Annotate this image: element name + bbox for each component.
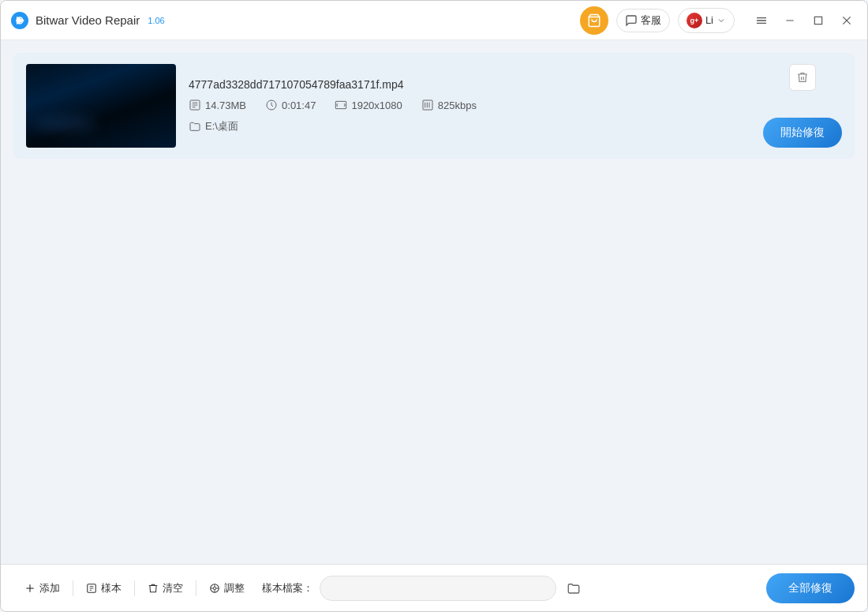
- separator-1: [73, 580, 73, 596]
- user-button[interactable]: g+ Li: [678, 8, 735, 33]
- thumbnail-image: [26, 64, 176, 148]
- path-value: E:\桌面: [205, 119, 238, 133]
- folder-icon: [189, 120, 201, 133]
- meta-filesize: 14.73MB: [189, 99, 246, 111]
- minimize-button[interactable]: [779, 9, 801, 32]
- user-icon-text: g+: [690, 17, 698, 24]
- add-label: 添加: [39, 581, 60, 595]
- service-button[interactable]: 客服: [616, 9, 670, 32]
- shop-button[interactable]: [580, 6, 608, 35]
- separator-2: [134, 580, 135, 596]
- sample-folder-icon: [567, 581, 581, 595]
- adjust-label: 調整: [224, 581, 245, 595]
- video-info: 4777ad3328dd717107054789faa3171f.mp4 14.…: [189, 78, 750, 133]
- sample-label: 様本: [101, 581, 122, 595]
- chevron-down-icon: [716, 16, 726, 25]
- maximize-icon: [813, 15, 824, 26]
- card-actions: 開始修復: [763, 64, 842, 148]
- shop-icon: [587, 13, 601, 28]
- sample-file-label: 樣本檔案：: [262, 581, 313, 595]
- bitrate-value: 825kbps: [438, 99, 477, 111]
- title-bar: Bitwar Video Repair 1.06 客服 g+ Li: [1, 1, 867, 40]
- adjust-button[interactable]: 調整: [198, 575, 256, 602]
- svg-rect-16: [423, 100, 432, 110]
- add-button[interactable]: 添加: [13, 575, 71, 602]
- delete-button[interactable]: [789, 64, 816, 91]
- svg-point-27: [213, 587, 216, 590]
- resolution-icon: [335, 99, 347, 111]
- title-bar-left: Bitwar Video Repair 1.06: [10, 11, 580, 30]
- clear-icon: [148, 583, 159, 594]
- hamburger-icon: [755, 14, 768, 27]
- service-icon: [625, 14, 638, 27]
- minimize-icon: [784, 15, 795, 26]
- sample-file-area: 樣本檔案：: [262, 576, 766, 601]
- svg-rect-15: [336, 101, 346, 108]
- duration-icon: [265, 99, 278, 111]
- clear-button[interactable]: 清空: [137, 575, 194, 602]
- maximize-button[interactable]: [807, 9, 829, 32]
- video-path: E:\桌面: [189, 119, 750, 133]
- bottom-bar: 添加 様本 清空 調整: [1, 564, 867, 611]
- service-label: 客服: [641, 13, 661, 28]
- video-thumbnail: [26, 64, 176, 148]
- video-filename: 4777ad3328dd717107054789faa3171f.mp4: [189, 78, 750, 91]
- app-version: 1.06: [148, 16, 164, 25]
- sample-file-input[interactable]: [320, 576, 556, 601]
- sample-button[interactable]: 様本: [75, 575, 133, 602]
- adjust-icon: [209, 583, 220, 594]
- filesize-value: 14.73MB: [205, 99, 246, 111]
- repair-all-button[interactable]: 全部修復: [766, 573, 855, 603]
- user-label: Li: [705, 14, 713, 26]
- close-button[interactable]: [836, 9, 858, 32]
- meta-bitrate: 825kbps: [421, 99, 477, 111]
- resolution-value: 1920x1080: [351, 99, 402, 111]
- sample-icon: [86, 583, 97, 594]
- video-card: 4777ad3328dd717107054789faa3171f.mp4 14.…: [13, 53, 855, 159]
- video-meta: 14.73MB 0:01:47 1: [189, 99, 750, 111]
- app-logo: [10, 11, 29, 30]
- main-content: 4777ad3328dd717107054789faa3171f.mp4 14.…: [1, 40, 867, 564]
- repair-button[interactable]: 開始修復: [763, 118, 842, 148]
- clear-label: 清空: [163, 581, 183, 595]
- window-controls: [750, 9, 858, 32]
- user-icon: g+: [687, 13, 702, 28]
- bitrate-icon: [421, 99, 434, 111]
- sample-folder-button[interactable]: [563, 577, 585, 599]
- separator-3: [196, 580, 196, 596]
- close-icon: [841, 15, 852, 26]
- duration-value: 0:01:47: [282, 99, 316, 111]
- meta-resolution: 1920x1080: [335, 99, 402, 111]
- svg-rect-7: [814, 17, 821, 24]
- title-bar-right: 客服 g+ Li: [580, 6, 858, 35]
- meta-duration: 0:01:47: [265, 99, 316, 111]
- app-title: Bitwar Video Repair: [36, 13, 140, 27]
- menu-button[interactable]: [750, 9, 773, 32]
- add-icon: [24, 583, 36, 594]
- trash-icon: [796, 71, 809, 84]
- filesize-icon: [189, 99, 201, 111]
